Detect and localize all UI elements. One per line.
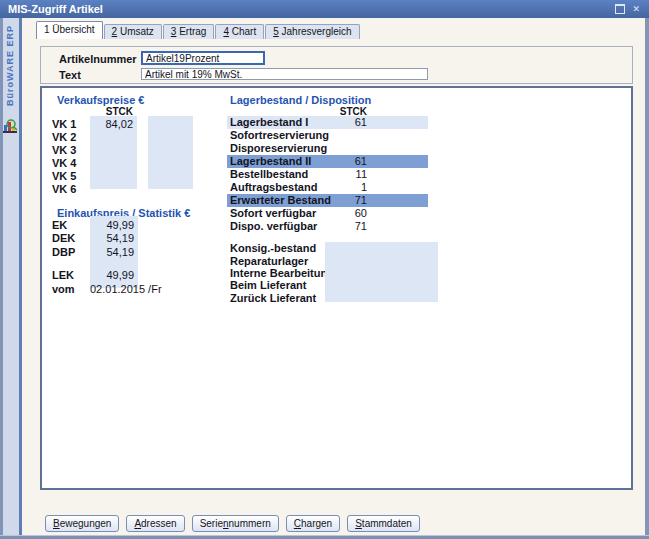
ek-value: 49,99 — [90, 219, 134, 231]
sonder-row-label: Reparaturlager — [230, 255, 308, 267]
ek-row-label: vom — [52, 283, 75, 295]
window-frame-right — [645, 18, 649, 539]
ek-row-label: EK — [52, 219, 67, 231]
ek-value: 54,19 — [90, 232, 134, 244]
stock-row: Sofort verfügbar60 — [227, 207, 428, 220]
vk-row-label: VK 1 — [52, 118, 76, 130]
overview-panel: Verkaufspreise € STCK VK 1 VK 2 VK 3 VK … — [40, 86, 633, 490]
sonder-value-column — [325, 242, 438, 302]
stock-row: Dispo. verfügbar71 — [227, 220, 428, 233]
stock-row: Bestellbestand11 — [227, 168, 428, 181]
vk-value-column-2 — [148, 116, 193, 189]
tab-uebersicht[interactable]: 1 Übersicht — [36, 21, 103, 39]
sonder-row-label: Interne Bearbeitung — [230, 267, 334, 279]
text-label: Text — [59, 69, 81, 81]
close-icon[interactable]: ✕ — [632, 5, 640, 14]
vk-row-label: VK 2 — [52, 131, 76, 143]
tab-jahresvergleich[interactable]: 5 Jahresvergleich — [265, 24, 359, 39]
stock-row: Lagerbestand II61 — [227, 155, 428, 168]
window-controls: ✕ — [615, 4, 649, 14]
seriennummern-button[interactable]: Seriennummern — [192, 515, 279, 532]
article-groupbox: Artikelnummer Text — [40, 46, 633, 84]
stammdaten-button[interactable]: Stammdaten — [347, 515, 420, 532]
vk-value: 84,02 — [90, 118, 133, 130]
brand-strip: BüroWARE ERP — [3, 18, 19, 535]
stock-row: Auftragsbestand1 — [227, 181, 428, 194]
vk-row-label: VK 6 — [52, 183, 76, 195]
brand-label: BüroWARE ERP — [5, 25, 15, 106]
vk-row-label: VK 5 — [52, 170, 76, 182]
text-field[interactable] — [141, 68, 428, 80]
tab-chart[interactable]: 4 Chart — [215, 24, 264, 39]
tab-bar: 1 Übersicht 2 Umsatz 3 Ertrag 4 Chart 5 … — [36, 22, 361, 39]
sonder-row-label: Konsig.-bestand — [230, 242, 316, 254]
vk-row-label: VK 4 — [52, 157, 76, 169]
chart-zoom-icon[interactable] — [2, 119, 19, 134]
adressen-button[interactable]: Adressen — [126, 515, 184, 532]
stock-row: Disporeservierung — [227, 142, 428, 155]
artikelnummer-label: Artikelnummer — [59, 53, 137, 65]
tab-ertrag[interactable]: 3 Ertrag — [163, 24, 215, 39]
ek-value: 54,19 — [90, 246, 134, 258]
bottom-button-bar: Bewegungen Adressen Seriennummern Charge… — [45, 515, 420, 532]
bewegungen-button[interactable]: Bewegungen — [45, 515, 119, 532]
sonder-row-label: Zurück Lieferant — [230, 292, 316, 304]
restore-icon[interactable] — [615, 4, 625, 14]
chargen-button[interactable]: Chargen — [286, 515, 340, 532]
lagerbestand-title: Lagerbestand / Disposition — [230, 94, 371, 106]
sonder-row-label: Beim Lieferant — [230, 279, 306, 291]
tab-umsatz[interactable]: 2 Umsatz — [104, 24, 162, 39]
stock-row: Sofortreservierung — [227, 129, 428, 142]
ek-row-label: DBP — [52, 246, 75, 258]
ek-value: 49,99 — [90, 269, 134, 281]
window-frame-bottom — [0, 535, 649, 539]
stock-row: Lagerbestand I61 — [227, 116, 428, 129]
ek-row-label: LEK — [52, 269, 74, 281]
window-title: MIS-Zugriff Artikel — [0, 3, 103, 15]
stock-row: Erwarteter Bestand71 — [227, 194, 428, 207]
ek-row-label: DEK — [52, 232, 75, 244]
verkaufspreise-title: Verkaufspreise € — [57, 94, 144, 106]
vk-row-label: VK 3 — [52, 144, 76, 156]
strip-divider — [19, 18, 22, 535]
artikelnummer-field[interactable] — [141, 51, 265, 65]
title-bar: MIS-Zugriff Artikel ✕ — [0, 0, 649, 18]
app-window: MIS-Zugriff Artikel ✕ BüroWARE ERP 1 Übe… — [0, 0, 649, 539]
ek-value: 02.01.2015 /Fr — [90, 283, 134, 295]
